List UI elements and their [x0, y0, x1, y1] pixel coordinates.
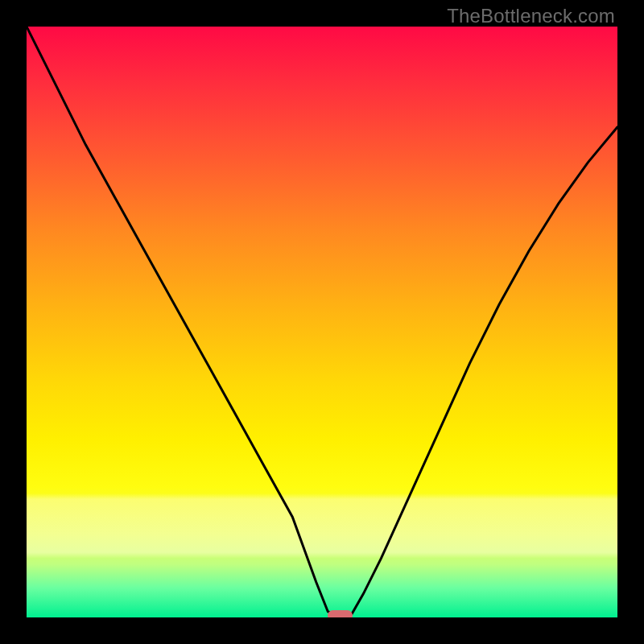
- plot-area: [27, 27, 617, 617]
- bottleneck-curve: [27, 27, 617, 617]
- watermark-text: TheBottleneck.com: [447, 5, 615, 27]
- optimal-marker: [328, 610, 353, 617]
